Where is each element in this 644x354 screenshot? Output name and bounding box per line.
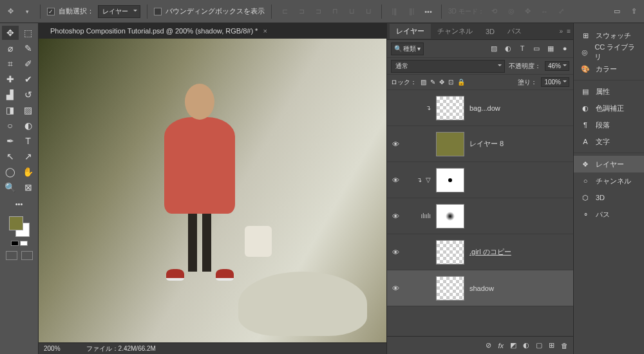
fg-color-swatch[interactable] [9, 216, 23, 230]
collapse-icon[interactable]: » [560, 28, 564, 35]
dropdown-arrow-icon[interactable]: ▾ [21, 5, 33, 18]
link-layers-icon[interactable]: ⊘ [486, 341, 491, 349]
visibility-icon[interactable]: 👁 [391, 248, 400, 256]
layer-row[interactable]: 👁 .girl のコピー [387, 234, 573, 270]
close-icon[interactable]: × [263, 27, 267, 35]
tab-layers[interactable]: レイヤー [390, 24, 431, 39]
eyedropper-tool[interactable]: ✐ [20, 57, 37, 71]
dock-item-チャンネル[interactable]: ○チャンネル [574, 172, 644, 189]
share-icon[interactable]: ⇪ [627, 5, 640, 18]
zoom-level[interactable]: 200% [44, 345, 61, 352]
new-layer-icon[interactable]: ⊞ [549, 341, 554, 349]
history-brush-tool[interactable]: ↺ [20, 88, 37, 102]
dock-item-3D[interactable]: ⬡3D [574, 189, 644, 206]
layer-thumbnail[interactable] [436, 276, 464, 301]
gradient-tool[interactable]: ▨ [20, 103, 37, 117]
crop-tool[interactable]: ⌗ [2, 57, 19, 71]
dock-item-属性[interactable]: ▤属性 [574, 83, 644, 100]
lock-transparency-icon[interactable]: ▨ [421, 79, 426, 86]
layer-fx-icon[interactable]: fx [498, 342, 504, 349]
layer-thumbnail[interactable] [436, 204, 464, 228]
adjustment-layer-icon[interactable]: ◐ [523, 341, 529, 349]
layer-thumbnail[interactable] [436, 96, 464, 120]
new-group-icon[interactable]: ▢ [536, 341, 542, 349]
blend-mode-dropdown[interactable]: 通常 [391, 60, 505, 73]
layer-row[interactable]: 👁 レイヤー 8 [387, 126, 573, 162]
color-swatch[interactable] [9, 216, 30, 237]
default-swap-colors[interactable] [11, 241, 28, 246]
filter-smart-icon[interactable]: ▦ [546, 44, 555, 53]
delete-layer-icon[interactable]: 🗑 [561, 342, 568, 349]
zoom-tool[interactable]: 🔍 [2, 180, 19, 194]
lasso-tool[interactable]: ⌀ [2, 41, 19, 55]
tab-3d[interactable]: 3D [479, 25, 501, 38]
filter-pixel-icon[interactable]: ▨ [489, 44, 498, 53]
lock-paint-icon[interactable]: ✎ [430, 79, 435, 86]
filter-shape-icon[interactable]: ▭ [532, 44, 541, 53]
filter-type-dropdown[interactable]: 🔍 種類 ▾ [391, 42, 424, 55]
filter-type-icon[interactable]: T [518, 44, 527, 53]
layer-row[interactable]: 👁 shadow [387, 270, 573, 306]
layer-row[interactable]: 👁 ↴▽ [387, 162, 573, 198]
dock-item-CC ライブラリ[interactable]: ◎CC ライブラリ [574, 44, 644, 61]
canvas[interactable] [39, 39, 386, 342]
quick-select-tool[interactable]: ✎ [20, 41, 37, 55]
fill-value[interactable]: 100% [541, 77, 569, 87]
add-mask-icon[interactable]: ◩ [510, 341, 516, 349]
dock-item-スウォッチ[interactable]: ⊞スウォッチ [574, 27, 644, 44]
layer-name[interactable]: レイヤー 8 [469, 139, 504, 149]
quick-mask-mode[interactable] [21, 251, 33, 260]
dock-item-色調補正[interactable]: ◐色調補正 [574, 100, 644, 116]
auto-select-checkbox[interactable] [47, 8, 55, 15]
marquee-tool[interactable]: ⬚ [20, 26, 37, 40]
pen-tool[interactable]: ✒ [2, 134, 19, 148]
lock-artboard-icon[interactable]: ⊡ [448, 79, 453, 86]
dock-item-カラー[interactable]: 🎨カラー [574, 61, 644, 77]
layer-name[interactable]: .girl のコピー [469, 247, 511, 257]
tab-channels[interactable]: チャンネル [431, 24, 479, 39]
brush-tool[interactable]: ✔ [20, 72, 37, 86]
eraser-tool[interactable]: ◨ [2, 103, 19, 117]
layer-row[interactable]: 👁 ılıılı [387, 198, 573, 234]
direct-select-tool[interactable]: ↗ [20, 149, 37, 163]
stamp-tool[interactable]: ▟ [2, 88, 19, 102]
show-bbox-checkbox[interactable] [154, 8, 162, 15]
layer-name[interactable]: shadow [469, 284, 494, 292]
visibility-icon[interactable]: 👁 [391, 284, 400, 292]
shape-tool[interactable]: ◯ [2, 165, 19, 179]
arrange-icon[interactable]: ▭ [611, 5, 623, 18]
frame-tool[interactable]: ⊠ [20, 180, 37, 194]
blur-tool[interactable]: ○ [2, 118, 19, 133]
panel-menu-icon[interactable]: ≡ [567, 28, 571, 35]
layer-thumbnail[interactable] [436, 240, 464, 265]
filter-adjust-icon[interactable]: ◐ [504, 44, 513, 53]
dock-item-段落[interactable]: ¶段落 [574, 116, 644, 133]
layer-group-dropdown[interactable]: レイヤー [98, 5, 140, 18]
dock-item-文字[interactable]: A文字 [574, 133, 644, 150]
visibility-icon[interactable]: 👁 [391, 212, 400, 220]
layer-thumbnail[interactable] [436, 168, 464, 192]
layer-thumbnail[interactable] [436, 132, 464, 156]
visibility-icon[interactable]: 👁 [391, 140, 400, 148]
filter-toggle-icon[interactable]: ● [560, 44, 569, 53]
dock-item-レイヤー[interactable]: ❖レイヤー [574, 156, 644, 172]
hand-tool[interactable]: ✋ [20, 165, 37, 179]
layer-row[interactable]: ↴ bag...dow [387, 90, 573, 126]
type-tool[interactable]: T [20, 134, 37, 148]
path-tool[interactable]: ↖ [2, 149, 19, 163]
visibility-icon[interactable]: 👁 [391, 176, 400, 184]
move-tool[interactable]: ✥ [2, 26, 19, 40]
tab-paths[interactable]: パス [501, 24, 528, 39]
lock-all-icon[interactable]: 🔒 [457, 79, 465, 86]
dodge-tool[interactable]: ◐ [20, 118, 37, 133]
document-tab[interactable]: Photoshop Composition Tutorial.psd @ 200… [39, 23, 386, 39]
healing-tool[interactable]: ✚ [2, 72, 19, 86]
dock-item-パス[interactable]: ⚬パス [574, 206, 644, 223]
more-icon[interactable]: ••• [422, 5, 435, 18]
standard-mode[interactable] [6, 251, 17, 260]
layer-name[interactable]: bag...dow [469, 104, 500, 112]
move-icon[interactable]: ✥ [4, 5, 17, 18]
lock-position-icon[interactable]: ✥ [439, 79, 444, 86]
edit-toolbar[interactable]: ••• [11, 197, 28, 211]
opacity-value[interactable]: 46% [545, 61, 569, 71]
